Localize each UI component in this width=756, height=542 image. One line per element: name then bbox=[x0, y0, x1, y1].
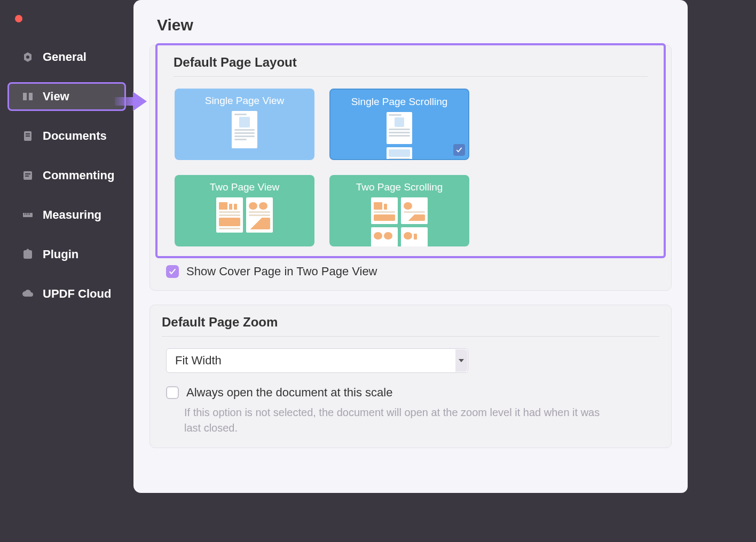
layout-option-two-page-scrolling[interactable]: Two Page Scrolling bbox=[329, 175, 469, 246]
default-page-zoom-section: Default Page Zoom Fit Width Always open … bbox=[149, 305, 672, 448]
zoom-select[interactable]: Fit Width bbox=[166, 348, 468, 373]
main-content: View Default Page Layout Single Page Vie… bbox=[133, 0, 688, 493]
sidebar-item-general[interactable]: General bbox=[0, 43, 133, 71]
chevron-down-icon bbox=[455, 349, 467, 372]
ruler-icon bbox=[21, 209, 34, 221]
svg-rect-5 bbox=[25, 173, 30, 174]
highlight-frame: Default Page Layout Single Page View Sin… bbox=[155, 43, 666, 258]
sidebar-item-label: Plugin bbox=[43, 248, 78, 261]
sidebar-item-label: Documents bbox=[43, 129, 107, 143]
layout-option-label: Single Page View bbox=[205, 95, 285, 107]
gear-icon bbox=[21, 51, 34, 63]
svg-rect-8 bbox=[25, 213, 25, 215]
layout-option-two-page-view[interactable]: Two Page View bbox=[175, 175, 314, 246]
close-window-button[interactable] bbox=[15, 15, 22, 22]
page-thumbnail-icon bbox=[216, 197, 273, 233]
sidebar-item-documents[interactable]: Documents bbox=[0, 122, 133, 150]
selected-check-icon bbox=[453, 144, 465, 156]
sidebar-item-plugin[interactable]: Plugin bbox=[0, 240, 133, 269]
svg-rect-11 bbox=[29, 213, 30, 215]
sidebar-item-label: UPDF Cloud bbox=[43, 287, 111, 301]
sidebar-item-label: View bbox=[43, 90, 69, 103]
layout-option-label: Single Page Scrolling bbox=[351, 96, 448, 108]
layout-option-single-page-view[interactable]: Single Page View bbox=[175, 89, 314, 160]
section-title: Default Page Zoom bbox=[162, 315, 659, 337]
svg-rect-2 bbox=[26, 133, 30, 134]
default-page-layout-section: Default Page Layout Single Page View Sin… bbox=[149, 45, 672, 291]
show-cover-page-row: Show Cover Page in Two Page View bbox=[166, 265, 659, 278]
page-title: View bbox=[157, 16, 672, 34]
sidebar-item-label: Measuring bbox=[43, 208, 101, 222]
sidebar-item-label: General bbox=[43, 50, 86, 64]
layout-option-label: Two Page View bbox=[210, 181, 280, 193]
always-open-scale-checkbox[interactable] bbox=[166, 386, 179, 399]
page-thumbnail-icon bbox=[387, 112, 412, 160]
sidebar-item-view[interactable]: View bbox=[7, 82, 126, 111]
book-open-icon bbox=[21, 90, 34, 103]
sidebar-item-updf-cloud[interactable]: UPDF Cloud bbox=[0, 280, 133, 308]
preferences-sidebar: General View Documents Commenting Measur… bbox=[0, 0, 133, 493]
svg-rect-6 bbox=[25, 176, 29, 177]
always-open-scale-row: Always open the document at this scale bbox=[166, 386, 659, 400]
puzzle-icon bbox=[21, 248, 34, 261]
always-open-scale-label: Always open the document at this scale bbox=[186, 386, 392, 400]
svg-rect-3 bbox=[26, 136, 30, 137]
sidebar-item-label: Commenting bbox=[43, 169, 114, 182]
cloud-icon bbox=[21, 288, 34, 300]
show-cover-page-label: Show Cover Page in Two Page View bbox=[186, 265, 377, 278]
zoom-hint-text: If this option is not selected, the docu… bbox=[184, 405, 606, 436]
svg-rect-10 bbox=[28, 213, 28, 215]
layout-option-single-page-scrolling[interactable]: Single Page Scrolling bbox=[329, 89, 469, 160]
show-cover-page-checkbox[interactable] bbox=[166, 265, 179, 278]
svg-point-0 bbox=[26, 55, 29, 59]
section-title: Default Page Layout bbox=[174, 55, 648, 77]
svg-rect-9 bbox=[26, 213, 27, 215]
layout-option-label: Two Page Scrolling bbox=[356, 181, 443, 193]
page-thumbnail-icon bbox=[371, 197, 428, 246]
sidebar-item-measuring[interactable]: Measuring bbox=[0, 201, 133, 229]
page-thumbnail-icon bbox=[232, 111, 257, 148]
document-icon bbox=[21, 130, 34, 142]
svg-point-13 bbox=[27, 249, 29, 252]
sidebar-item-commenting[interactable]: Commenting bbox=[0, 161, 133, 190]
zoom-select-value: Fit Width bbox=[175, 354, 222, 368]
comment-icon bbox=[21, 169, 34, 182]
